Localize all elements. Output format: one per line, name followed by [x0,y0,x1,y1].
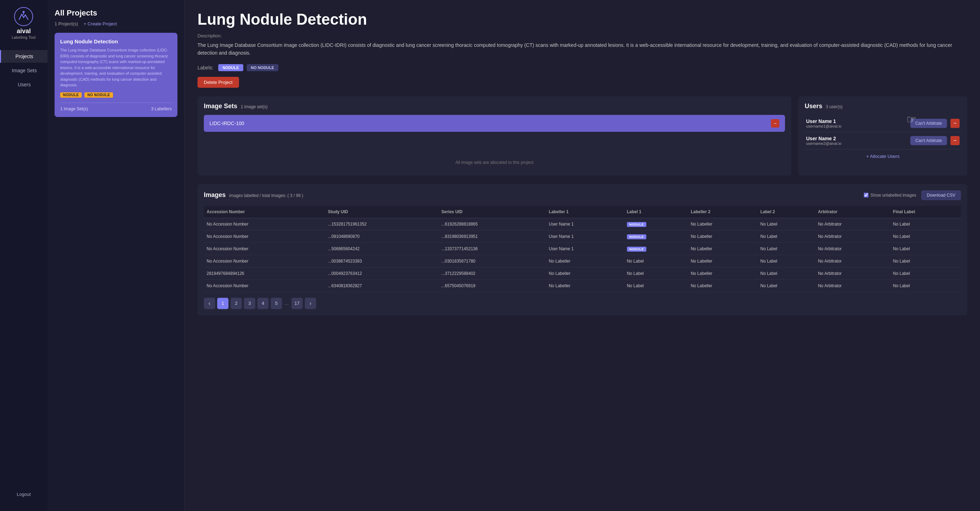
users-panel: Users 3 user(s) User Name 1 username1@ai… [799,96,967,176]
user-actions-1: Can't Arbitrate − [910,119,959,128]
project-card-description: The Lung Image Database Consortium image… [60,47,172,88]
cell-labeller1: User Name 1 [546,243,624,255]
cell-accession: No Accession Number [204,255,325,267]
table-row: No Accession Number...6340818362827...65… [204,279,961,292]
users-panel-title: Users [805,102,822,110]
cell-final-label: No Label [890,267,961,279]
col-study-uid: Study UID [325,206,438,218]
cell-label2: No Label [757,255,815,267]
col-label1: Label 1 [624,206,688,218]
create-project-link[interactable]: + Create Project [83,21,116,26]
col-arbitrator: Arbitrator [815,206,890,218]
table-row: 2819497684894126...0004923763412...37122… [204,267,961,279]
show-unlabelled-checkbox[interactable] [864,193,869,197]
user-name-1: User Name 1 [806,118,841,124]
project-card-footer: 1 Image Set(s) 3 Labellers [60,102,172,111]
logout-button[interactable]: Logout [17,492,31,497]
detail-panel: Lung Nodule Detection Description: The L… [185,0,980,511]
cell-study-uid: ...0038674523383 [325,255,438,267]
page-button-5[interactable]: 5 [271,298,282,309]
page-button-17[interactable]: 17 [291,298,303,309]
page-button-1[interactable]: 1 [217,298,229,309]
pagination: ‹ 1 2 3 4 5 ... 17 › [204,292,961,309]
cell-series-uid: ...6575045076919 [439,279,546,292]
image-set-remove-button[interactable]: − [771,119,780,128]
user-info-1: User Name 1 username1@aival.io [806,118,841,128]
user-remove-button-1[interactable]: − [950,119,959,128]
cell-final-label: No Label [890,218,961,230]
user-actions-2: Can't Arbitrate − [910,136,959,145]
next-page-button[interactable]: › [305,298,316,309]
cell-labeller2: No Labeller [688,255,757,267]
images-title: Images [204,192,226,199]
description-label: Description: [197,33,967,38]
sidebar-item-users[interactable]: Users [0,78,48,91]
user-email-1: username1@aival.io [806,124,841,128]
panels-row: Image Sets 1 image set(s) LIDC-IRDC-100 … [197,96,967,176]
cell-label2: No Label [757,218,815,230]
images-table: Accession Number Study UID Series UID La… [204,206,961,292]
image-set-name: LIDC-IRDC-100 [210,121,244,126]
show-unlabelled-label: Show unlabelled images [864,193,916,198]
cell-labeller1: No Labeller [546,279,624,292]
cant-arbitrate-button-1[interactable]: Can't Arbitrate [910,119,947,128]
cell-series-uid: ...83198036913951 [439,230,546,243]
cell-series-uid: ...3712229588402 [439,267,546,279]
cell-label1: No Label [624,267,688,279]
project-card-title: Lung Nodule Detection [60,38,172,45]
cell-accession: No Accession Number [204,279,325,292]
page-button-3[interactable]: 3 [244,298,255,309]
cell-series-uid: ...13373771452136 [439,243,546,255]
cell-labeller2: No Labeller [688,267,757,279]
cell-label1: NODULE [624,230,688,243]
cell-arbitrator: No Arbitrator [815,279,890,292]
table-row: No Accession Number...0038674523383...03… [204,255,961,267]
download-csv-button[interactable]: Download CSV [921,190,961,200]
cell-final-label: No Label [890,230,961,243]
cant-arbitrate-button-2[interactable]: Can't Arbitrate [910,136,947,145]
cell-study-uid: ...153281751961352 [325,218,438,230]
cell-arbitrator: No Arbitrator [815,243,890,255]
nodule-badge: NODULE [627,234,646,239]
images-table-head: Accession Number Study UID Series UID La… [204,206,961,218]
prev-page-button[interactable]: ‹ [204,298,215,309]
images-title-row: Images images labelled / total Images: (… [204,192,303,199]
show-unlabelled-text: Show unlabelled images [870,193,916,198]
project-card[interactable]: Lung Nodule Detection The Lung Image Dat… [54,33,177,117]
aival-logo-icon [14,7,33,26]
user-remove-button-2[interactable]: − [950,136,959,145]
logout-area: Logout [17,484,31,504]
label-badge-nodule: NODULE [60,92,82,97]
cell-labeller1: User Name 1 [546,230,624,243]
page-button-2[interactable]: 2 [231,298,242,309]
images-panel-header: Images images labelled / total Images: (… [204,190,961,200]
image-sets-panel: Image Sets 1 image set(s) LIDC-IRDC-100 … [197,96,791,176]
sidebar-item-image-sets[interactable]: Image Sets [0,64,48,77]
cell-arbitrator: No Arbitrator [815,267,890,279]
user-name-2: User Name 2 [806,136,841,141]
images-table-header-row: Accession Number Study UID Series UID La… [204,206,961,218]
delete-project-button[interactable]: Delete Project [197,77,239,88]
cell-study-uid: ...091048690870 [325,230,438,243]
logo-name: aival [16,27,30,35]
nodule-badge: NODULE [627,222,646,227]
cell-labeller2: No Labeller [688,230,757,243]
images-count: images labelled / total Images: ( 3 / 99… [229,193,303,198]
allocate-users-row[interactable]: + Allocate Users [805,149,961,159]
detail-label-no-nodule: NO NODULE [247,64,278,71]
cell-accession: No Accession Number [204,230,325,243]
projects-panel: All Projects 1 Project(s) + Create Proje… [48,0,185,511]
sidebar-item-projects[interactable]: Projects [0,50,48,63]
cell-label2: No Label [757,230,815,243]
table-row: No Accession Number...153281751961352...… [204,218,961,230]
page-button-4[interactable]: 4 [257,298,269,309]
cell-final-label: No Label [890,243,961,255]
project-image-sets-count: 1 Image Set(s) [60,107,88,111]
projects-count: 1 Project(s) [54,21,78,26]
logo-area: aival Labelling Tool [12,7,36,40]
project-title: Lung Nodule Detection [197,11,967,28]
cell-study-uid: ...6340818362827 [325,279,438,292]
allocate-users-label: + Allocate Users [866,154,899,159]
cell-label2: No Label [757,243,815,255]
cell-label1: No Label [624,279,688,292]
